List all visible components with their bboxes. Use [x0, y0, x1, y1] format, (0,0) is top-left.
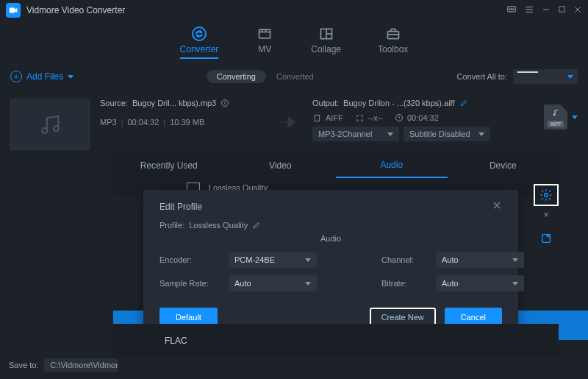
dialog-title: Edit Profile: [159, 202, 202, 212]
svg-point-4: [513, 8, 514, 9]
tab-converting[interactable]: Converting: [207, 70, 266, 83]
export-icon: [540, 233, 552, 244]
edit-icon[interactable]: [459, 99, 468, 107]
arrow-right-icon: [276, 112, 302, 132]
source-filename: Bugoy Dril... kbps).mp3: [132, 99, 216, 107]
add-files-button[interactable]: + Add Files: [10, 71, 74, 82]
source-prefix: Source:: [100, 99, 128, 107]
nav-mv[interactable]: MV: [255, 26, 274, 59]
format-row-label: FLAC: [165, 336, 187, 346]
toolbox-icon: [384, 26, 403, 41]
encoder-label: Encoder:: [159, 255, 218, 264]
svg-point-2: [509, 8, 510, 9]
chevron-down-icon: [512, 282, 518, 286]
svg-rect-9: [559, 7, 564, 12]
output-duration: 00:04:32: [407, 113, 439, 122]
gear-icon: [539, 188, 553, 202]
close-icon[interactable]: [573, 5, 582, 16]
feedback-icon[interactable]: [506, 4, 517, 17]
expand-icon: [355, 114, 365, 122]
output-prefix: Output:: [312, 99, 339, 107]
mv-icon: [255, 26, 274, 41]
format-row-flac[interactable]: FLAC: [113, 324, 559, 358]
minimize-icon[interactable]: [542, 5, 551, 16]
svg-rect-0: [10, 8, 15, 13]
audio-track-select[interactable]: MP3-2Channel: [312, 127, 399, 141]
edit-profile-dialog: Edit Profile Profile: Lossless Quality A…: [143, 190, 518, 340]
fmt-tab-audio[interactable]: Audio: [336, 153, 448, 178]
collage-icon: [317, 26, 336, 41]
output-format-tag: AIFF: [548, 121, 563, 127]
settings-button[interactable]: [534, 184, 559, 206]
convert-all-format-select[interactable]: [513, 69, 578, 84]
chevron-down-icon: [512, 258, 518, 262]
clock-icon: [395, 113, 404, 122]
add-files-label: Add Files: [26, 71, 63, 82]
svg-rect-23: [315, 115, 319, 121]
subtitle-select[interactable]: Subtitle Disabled: [404, 127, 490, 141]
app-logo-icon: [6, 3, 21, 18]
chevron-down-icon: [387, 132, 393, 136]
tab-converted[interactable]: Converted: [266, 70, 324, 83]
nav-converter[interactable]: Converter: [180, 26, 219, 59]
file-icon: [312, 114, 322, 122]
music-note-icon: [551, 108, 560, 117]
samplerate-select[interactable]: Auto: [229, 275, 317, 291]
channel-value: Auto: [442, 255, 459, 264]
nav-collage-label: Collage: [311, 44, 341, 54]
convert-all-label: Convert All to:: [457, 72, 507, 81]
menu-icon[interactable]: [524, 4, 534, 17]
source-duration: 00:04:32: [127, 118, 159, 127]
save-to-row: Save to: C:\Vidmore\Vidmor: [9, 358, 118, 372]
save-to-path[interactable]: C:\Vidmore\Vidmor: [44, 358, 118, 372]
fmt-tab-device[interactable]: Device: [448, 153, 559, 178]
chevron-down-icon[interactable]: [572, 116, 578, 119]
title-bar: Vidmore Video Converter: [0, 0, 588, 21]
channel-select[interactable]: Auto: [436, 252, 524, 268]
channel-label: Channel:: [381, 255, 426, 264]
profile-value: Lossless Quality: [189, 221, 248, 230]
svg-point-18: [42, 128, 47, 133]
output-dimensions: --x--: [368, 113, 383, 122]
nav-toolbox[interactable]: Toolbox: [378, 26, 408, 59]
svg-rect-13: [259, 29, 270, 38]
bitrate-value: Auto: [442, 279, 459, 288]
audio-track-value: MP3-2Channel: [318, 130, 372, 138]
dialog-section-label: Audio: [159, 234, 502, 243]
file-thumbnail[interactable]: [10, 99, 90, 150]
nav-mv-label: MV: [258, 44, 271, 54]
dialog-close-button[interactable]: [492, 200, 502, 213]
nav-collage[interactable]: Collage: [311, 26, 341, 59]
bitrate-select[interactable]: Auto: [436, 275, 524, 291]
nav-converter-label: Converter: [180, 44, 219, 54]
encoder-select[interactable]: PCM-24BE: [229, 252, 317, 268]
info-icon[interactable]: [220, 99, 229, 107]
svg-point-26: [545, 194, 548, 197]
output-format-badge[interactable]: AIFF: [544, 105, 567, 130]
close-icon: [492, 200, 502, 210]
output-filename: Bugoy Drilon - ...(320 kbps).aiff: [343, 99, 454, 107]
chevron-down-icon: [478, 132, 484, 136]
converter-icon: [190, 26, 209, 41]
toolbar: + Add Files Converting Converted Convert…: [0, 63, 588, 90]
edit-icon[interactable]: [252, 221, 261, 230]
encoder-value: PCM-24BE: [234, 255, 275, 264]
fmt-tab-recent[interactable]: Recently Used: [113, 153, 225, 178]
chevron-down-icon: [305, 282, 311, 286]
export-button[interactable]: [534, 227, 559, 249]
maximize-icon[interactable]: [558, 5, 566, 15]
bitrate-label: Bitrate:: [381, 279, 426, 288]
fmt-tab-video[interactable]: Video: [225, 153, 337, 178]
chevron-down-icon: [567, 75, 573, 79]
output-format: AIFF: [326, 113, 343, 122]
chevron-down-icon: [305, 258, 311, 262]
profile-prefix: Profile:: [159, 221, 184, 230]
app-title: Vidmore Video Converter: [26, 5, 125, 15]
chevron-down-icon: [68, 75, 74, 79]
svg-point-3: [511, 8, 512, 9]
main-nav: Converter MV Collage Toolbox: [0, 21, 588, 63]
music-note-icon: [37, 112, 62, 137]
file-row: Source: Bugoy Dril... kbps).mp3 MP3 | 00…: [0, 90, 588, 159]
samplerate-label: Sample Rate:: [159, 279, 218, 288]
save-to-label: Save to:: [9, 361, 38, 369]
